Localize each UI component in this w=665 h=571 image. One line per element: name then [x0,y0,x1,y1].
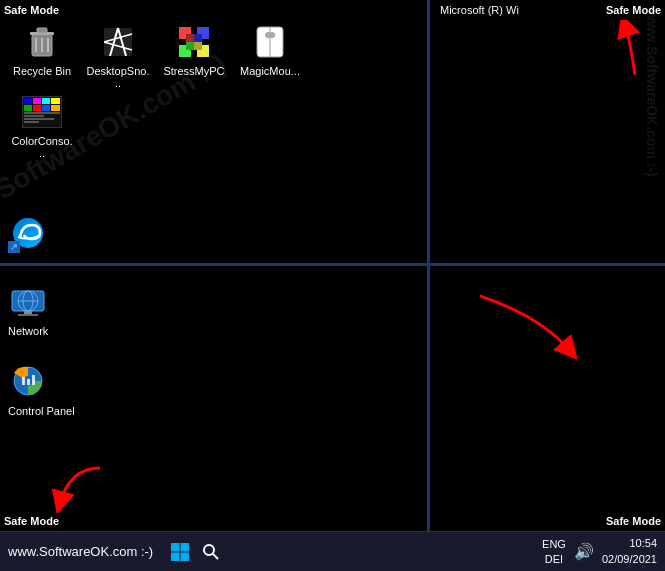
recycle-bin-icon [22,22,62,62]
svg-rect-25 [42,98,50,104]
svg-rect-48 [32,375,35,385]
svg-line-56 [213,554,218,559]
right-top-section: Safe Mode Microsoft (R) Wi www.SoftwareO… [430,0,665,266]
desktopsnoo-label: DesktopSno... [86,65,150,89]
desktopsnoo-icon-item[interactable]: DesktopSno... [84,20,152,91]
svg-rect-34 [24,121,39,123]
recycle-bin-label: Recycle Bin [13,65,71,77]
left-top-section: Safe Mode SoftwareOK.com :-) [0,0,427,266]
svg-rect-46 [22,377,25,385]
svg-rect-16 [194,34,202,42]
svg-rect-26 [51,98,60,104]
taskbar-lang: ENG DEI [542,537,566,566]
taskbar-clock: 10:54 02/09/2021 [602,536,657,567]
desktop-area: Safe Mode SoftwareOK.com :-) [0,0,665,531]
svg-rect-47 [27,379,30,385]
svg-rect-15 [186,34,194,42]
color-console-icon [22,92,62,132]
svg-rect-18 [194,42,202,50]
taskbar-volume-icon[interactable]: 🔊 [574,542,594,561]
right-bottom-section: Safe Mode [430,266,665,532]
network-icon [8,281,48,321]
control-panel-icon [8,361,48,401]
arrow-bottom-left [50,463,110,513]
svg-rect-32 [24,115,44,117]
arrow-top-right [565,20,645,80]
svg-rect-31 [24,112,60,114]
svg-rect-51 [171,543,180,552]
svg-rect-28 [33,105,41,111]
magicmou-icon-item[interactable]: MagicMou... [236,20,304,91]
icon-row-2: ColorConso... [8,90,76,161]
svg-rect-24 [33,98,41,104]
magicmou-label: MagicMou... [240,65,300,77]
stressmypc-icon-item[interactable]: StressMyPC [160,20,228,91]
taskbar-right: ENG DEI 🔊 10:54 02/09/2021 [542,536,657,567]
safe-mode-bottom-left: Safe Mode [4,515,59,527]
svg-rect-53 [171,552,180,561]
taskbar: www.SoftwareOK.com :-) ENG DEI 🔊 [0,531,665,571]
svg-rect-29 [42,105,50,111]
svg-rect-17 [186,42,194,50]
stressmypc-icon [174,22,214,62]
arrow-bottom-right [460,286,580,366]
svg-rect-52 [181,543,190,552]
svg-rect-2 [37,28,47,33]
main-container: Safe Mode SoftwareOK.com :-) [0,0,665,571]
color-console-label: ColorConso... [10,135,74,159]
svg-rect-30 [51,105,60,111]
control-panel-label: Control Panel [8,405,75,417]
safe-mode-bottom-right: Safe Mode [606,515,661,527]
ms-label: Microsoft (R) Wi [440,4,519,16]
safe-mode-top-right: Safe Mode [606,4,661,16]
left-panel: Safe Mode SoftwareOK.com :-) [0,0,430,531]
svg-rect-6 [104,28,132,56]
taskbar-search-button[interactable] [199,540,223,564]
right-panel: Safe Mode Microsoft (R) Wi www.SoftwareO… [430,0,665,531]
recycle-bin-icon-item[interactable]: Recycle Bin [8,20,76,91]
safe-mode-top-left: Safe Mode [4,4,59,16]
color-console-icon-item[interactable]: ColorConso... [8,90,76,161]
desktopsnoo-icon [98,22,138,62]
left-bottom-section: Safe Mode [0,266,427,532]
control-panel-icon-item[interactable]: Control Panel [8,361,75,419]
search-icon [202,543,220,561]
svg-rect-39 [18,314,38,316]
svg-rect-27 [24,105,32,111]
svg-rect-21 [265,32,275,38]
svg-rect-54 [181,552,190,561]
edge-icon-item[interactable]: ↗ [8,213,48,253]
svg-point-55 [204,545,214,555]
magicmou-icon [250,22,290,62]
windows-logo-icon [170,542,190,562]
stressmypc-label: StressMyPC [163,65,224,77]
start-button[interactable] [165,537,195,567]
icon-row-1: Recycle Bin D [8,20,304,91]
network-icon-item[interactable]: Network [8,281,48,339]
svg-rect-23 [24,98,32,104]
taskbar-website-text: www.SoftwareOK.com :-) [8,544,153,559]
network-label: Network [8,325,48,337]
watermark-right: www.SoftwareOK.com :-) [644,10,660,177]
svg-rect-33 [24,118,54,120]
